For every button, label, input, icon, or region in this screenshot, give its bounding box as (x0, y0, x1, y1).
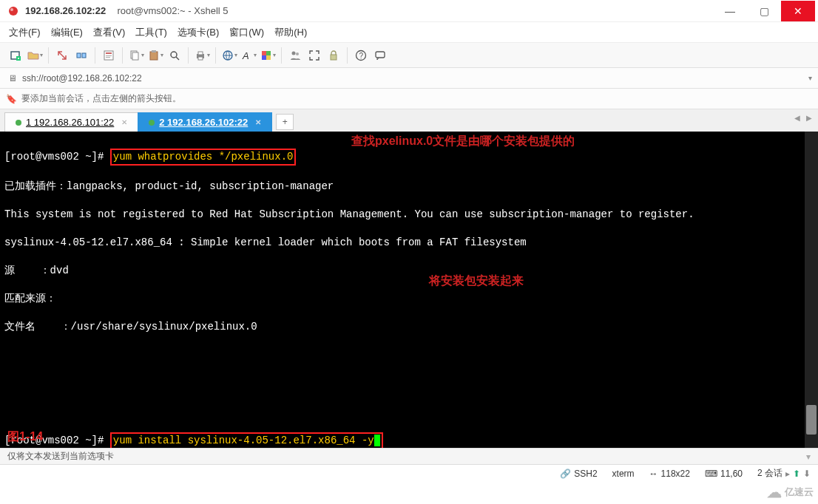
status-size: ↔118x22 (649, 469, 690, 479)
menu-edit[interactable]: 编辑(E) (51, 26, 83, 39)
terminal[interactable]: [root@vms002 ~]# yum whatprovides */pxel… (0, 132, 818, 448)
copy-icon[interactable] (128, 47, 144, 64)
svg-rect-21 (266, 51, 271, 55)
svg-rect-9 (106, 57, 110, 58)
window-title-sub: root@vms002:~ - Xshell 5 (112, 5, 228, 16)
terminal-output: 文件名 ：/usr/share/syslinux/pxelinux.0 (4, 320, 814, 334)
watermark-text: 亿速云 (785, 486, 814, 499)
maximize-button[interactable]: ▢ (747, 1, 781, 21)
ssh-icon: 🖥 (6, 73, 19, 84)
svg-rect-8 (106, 55, 112, 56)
find-icon[interactable] (166, 47, 183, 64)
disconnect-icon[interactable] (73, 47, 89, 64)
svg-rect-5 (82, 53, 86, 58)
svg-text:A: A (242, 50, 249, 61)
terminal-scrollbar[interactable] (805, 132, 818, 448)
tab-label: 2 192.168.26.102:22 (159, 117, 248, 128)
help-icon[interactable]: ? (353, 47, 369, 64)
chat-icon[interactable] (372, 47, 388, 64)
print-icon[interactable] (194, 47, 210, 64)
font-icon[interactable]: A (240, 47, 257, 64)
menu-tools[interactable]: 工具(T) (135, 26, 167, 39)
status-session-count: 2 会话 ▸ ⬆ ⬇ (757, 467, 811, 480)
cloud-icon: ☁ (767, 483, 782, 501)
app-icon (7, 5, 19, 17)
svg-rect-20 (262, 51, 266, 55)
properties-icon[interactable] (101, 47, 117, 64)
svg-rect-22 (262, 55, 266, 60)
terminal-output: This system is not registered to Red Hat… (4, 208, 814, 222)
tab-status-dot (16, 120, 21, 126)
svg-point-1 (10, 8, 13, 11)
status-cursor-pos: ⌨11,60 (705, 469, 743, 479)
bookmark-add-icon[interactable]: 🔖 (6, 94, 17, 104)
new-session-icon[interactable] (7, 47, 24, 64)
annotation-2: 将安装包安装起来 (429, 273, 524, 287)
svg-rect-7 (106, 52, 112, 54)
terminal-command-2: yum install syslinux-4.05-12.el7.x86_64 … (113, 435, 374, 446)
svg-rect-12 (150, 52, 158, 60)
color-scheme-icon[interactable] (260, 47, 276, 64)
address-bar: 🖥 ssh://root@192.168.26.102:22 ▾ (0, 68, 818, 89)
svg-point-0 (9, 7, 18, 16)
svg-rect-13 (152, 50, 156, 52)
fullscreen-icon[interactable] (306, 47, 322, 64)
link-icon: 🔗 (560, 469, 571, 479)
send-target-text: 仅将文本发送到当前选项卡 (7, 450, 114, 463)
language-icon[interactable] (221, 47, 237, 64)
menu-tabs[interactable]: 选项卡(B) (178, 26, 219, 39)
menu-view[interactable]: 查看(V) (93, 26, 125, 39)
svg-rect-23 (266, 55, 271, 60)
minimize-button[interactable]: — (713, 1, 747, 21)
terminal-output: 源 ：dvd (4, 264, 814, 278)
close-button[interactable]: ✕ (781, 1, 815, 21)
tab-status-dot (149, 120, 155, 126)
tab-session-1[interactable]: 1 192.168.26.101:22 ✕ (4, 112, 138, 132)
menu-file[interactable]: 文件(F) (9, 26, 41, 39)
tab-nav-arrows[interactable]: ◀ ▶ (794, 114, 812, 122)
annotation-1: 查找pxelinux.0文件是由哪个安装包提供的 (351, 134, 575, 148)
menu-window[interactable]: 窗口(W) (229, 26, 264, 39)
svg-point-25 (296, 52, 299, 55)
toolbar: A ? (0, 43, 818, 68)
reconnect-icon[interactable] (54, 47, 70, 64)
tab-label: 1 192.168.26.101:22 (26, 117, 114, 128)
status-term: xterm (612, 469, 635, 479)
tab-session-2[interactable]: 2 192.168.26.102:22 ✕ (138, 112, 272, 132)
terminal-cursor (374, 435, 380, 446)
window-titlebar: 192.168.26.102:22 root@vms002:~ - Xshell… (0, 0, 818, 22)
scrollbar-thumb[interactable] (806, 405, 817, 435)
window-title-main: 192.168.26.102:22 (25, 5, 106, 16)
terminal-output: syslinux-4.05-12.el7.x86_64 : Simple ker… (4, 236, 814, 250)
menubar: 文件(F) 编辑(E) 查看(V) 工具(T) 选项卡(B) 窗口(W) 帮助(… (0, 22, 818, 43)
svg-rect-26 (331, 55, 337, 60)
menu-help[interactable]: 帮助(H) (274, 26, 307, 39)
terminal-output: 已加载插件：langpacks, product-id, subscriptio… (4, 180, 814, 194)
tab-close-icon[interactable]: ✕ (255, 118, 261, 126)
paste-icon[interactable] (147, 47, 163, 64)
users-icon[interactable] (287, 47, 303, 64)
address-text[interactable]: ssh://root@192.168.26.102:22 (22, 73, 808, 84)
address-dropdown-icon[interactable]: ▾ (808, 74, 812, 82)
statusbar: 🔗SSH2 xterm ↔118x22 ⌨11,60 2 会话 ▸ ⬆ ⬇ (0, 464, 818, 482)
tab-close-icon[interactable]: ✕ (121, 118, 127, 126)
resize-icon: ↔ (649, 469, 658, 479)
svg-rect-17 (198, 57, 203, 60)
watermark: ☁ 亿速云 (767, 483, 814, 501)
svg-rect-11 (132, 52, 138, 60)
lock-icon[interactable] (325, 47, 342, 64)
status-protocol: 🔗SSH2 (560, 469, 597, 479)
send-target-dropdown-icon[interactable]: ▾ (806, 452, 811, 462)
svg-rect-29 (376, 52, 385, 58)
terminal-output: 匹配来源： (4, 292, 814, 306)
hint-text: 要添加当前会话，点击左侧的箭头按钮。 (21, 92, 181, 105)
send-target-bar: 仅将文本发送到当前选项卡 ▾ (0, 448, 818, 464)
svg-rect-4 (77, 53, 81, 58)
figure-label: 图1-14 (7, 429, 43, 443)
keyboard-icon: ⌨ (705, 469, 717, 479)
terminal-command-1: yum whatprovides */pxelinux.0 (113, 151, 294, 163)
open-session-icon[interactable] (27, 47, 43, 64)
tab-add-button[interactable]: + (276, 114, 294, 130)
hint-bar: 🔖 要添加当前会话，点击左侧的箭头按钮。 (0, 89, 818, 109)
svg-point-24 (292, 51, 296, 55)
